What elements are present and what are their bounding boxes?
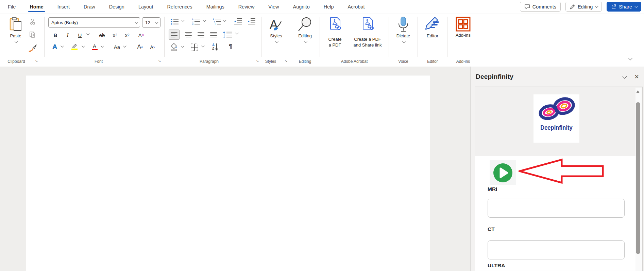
addins-button[interactable]: Add-ins bbox=[451, 17, 475, 38]
clear-formatting-button[interactable]: A◊ bbox=[137, 31, 146, 39]
ct-input[interactable] bbox=[488, 240, 625, 259]
editor-button[interactable]: Editor bbox=[420, 17, 445, 39]
justify-button[interactable] bbox=[208, 30, 219, 40]
bullets-button[interactable] bbox=[170, 17, 180, 25]
font-color-button[interactable]: A bbox=[90, 42, 99, 51]
borders-icon bbox=[191, 43, 198, 51]
align-right-button[interactable] bbox=[196, 30, 206, 40]
font-dialog-launcher[interactable]: ↘ bbox=[157, 58, 162, 63]
menu-tab-design[interactable]: Design bbox=[108, 1, 125, 13]
grow-caret: ˄ bbox=[141, 45, 143, 49]
paragraph-dialog-launcher[interactable]: ↘ bbox=[255, 58, 260, 63]
decrease-indent-button[interactable] bbox=[233, 17, 243, 25]
create-pdf-button[interactable] bbox=[322, 17, 348, 32]
clipboard-dialog-launcher[interactable]: ↘ bbox=[34, 58, 39, 63]
text-effects-button[interactable]: A bbox=[50, 42, 59, 51]
subscript-mark: 2 bbox=[115, 33, 117, 37]
menu-tab-insert[interactable]: Insert bbox=[57, 1, 70, 13]
shading-button[interactable] bbox=[169, 42, 179, 52]
deepinfinity-logo: DeepInfinity bbox=[533, 94, 579, 143]
menu-tab-home[interactable]: Home bbox=[29, 1, 44, 13]
close-icon[interactable]: × bbox=[634, 73, 639, 80]
change-case-button[interactable]: Aa bbox=[112, 42, 122, 51]
menu-tab-layout[interactable]: Layout bbox=[138, 1, 154, 13]
multilevel-list-button[interactable]: 1 a i bbox=[212, 17, 222, 25]
mri-input[interactable] bbox=[488, 199, 625, 218]
menu-tab-draw[interactable]: Draw bbox=[83, 1, 96, 13]
scissors-icon bbox=[30, 19, 36, 25]
bullets-chevron[interactable] bbox=[181, 19, 184, 22]
menu-tab-review[interactable]: Review bbox=[238, 1, 255, 13]
styles-button[interactable]: A Styles bbox=[264, 17, 288, 43]
acrobat-pdf-share-icon bbox=[360, 17, 375, 32]
multilevel-chevron[interactable] bbox=[223, 19, 225, 22]
highlight-chevron[interactable] bbox=[82, 45, 84, 48]
shading-chevron[interactable] bbox=[181, 45, 183, 48]
font-color-bar bbox=[92, 49, 98, 51]
paste-button[interactable]: Paste bbox=[3, 17, 28, 43]
show-paragraph-marks-button[interactable]: ¶ bbox=[226, 42, 235, 51]
grow-font-button[interactable]: A˄ bbox=[135, 42, 145, 51]
italic-button[interactable]: I bbox=[64, 31, 71, 39]
comments-button[interactable]: Comments bbox=[520, 2, 561, 12]
font-size-combo[interactable]: 12 bbox=[142, 17, 160, 28]
microphone-icon bbox=[396, 17, 410, 32]
sort-z-glyph: Z bbox=[212, 47, 215, 50]
borders-button[interactable] bbox=[190, 42, 199, 52]
cut-button[interactable] bbox=[29, 18, 37, 25]
line-spacing-button[interactable] bbox=[222, 30, 233, 40]
text-effects-chevron[interactable] bbox=[61, 45, 63, 48]
menu-tab-help[interactable]: Help bbox=[323, 1, 335, 13]
font-color-glyph: A bbox=[93, 43, 96, 49]
menu-tab-mailings[interactable]: Mailings bbox=[206, 1, 225, 13]
align-left-button[interactable] bbox=[169, 30, 180, 40]
share-button[interactable]: Share bbox=[607, 2, 641, 12]
run-button[interactable] bbox=[490, 160, 516, 185]
format-painter-button[interactable] bbox=[28, 44, 37, 53]
chevron-down-icon bbox=[82, 44, 85, 48]
task-pane-options-chevron[interactable] bbox=[623, 74, 627, 78]
menu-tab-acrobat[interactable]: Acrobat bbox=[347, 1, 366, 13]
subscript-button[interactable]: x2 bbox=[111, 31, 119, 39]
bold-button[interactable]: B bbox=[52, 31, 59, 39]
document-page[interactable] bbox=[26, 75, 430, 271]
multilevel-list-icon: 1 a i bbox=[213, 18, 221, 25]
underline-button[interactable]: U bbox=[76, 31, 84, 39]
collapse-ribbon-button[interactable] bbox=[628, 55, 631, 61]
menu-tab-references[interactable]: References bbox=[166, 1, 193, 13]
editing-group-button[interactable]: Editing bbox=[293, 17, 317, 43]
chevron-down-icon bbox=[235, 31, 239, 35]
mri-field-label: MRI bbox=[488, 186, 497, 192]
align-center-button[interactable] bbox=[183, 30, 194, 40]
menu-tab-view[interactable]: View bbox=[268, 1, 279, 13]
chevron-down-icon bbox=[595, 4, 598, 8]
sort-button[interactable]: A Z bbox=[210, 42, 220, 52]
font-color-chevron[interactable] bbox=[101, 45, 103, 48]
strikethrough-button[interactable]: ab bbox=[97, 31, 107, 39]
change-case-chevron[interactable] bbox=[123, 45, 125, 48]
share-label: Share bbox=[619, 4, 632, 10]
font-name-combo[interactable]: Aptos (Body) bbox=[48, 17, 140, 28]
numbering-button[interactable]: 1 2 3 bbox=[191, 17, 201, 25]
increase-indent-button[interactable] bbox=[247, 17, 256, 25]
highlight-button[interactable] bbox=[70, 42, 79, 51]
task-pane-scrollbar[interactable] bbox=[635, 88, 642, 271]
shrink-font-button[interactable]: A˅ bbox=[148, 43, 157, 51]
underline-options-chevron[interactable] bbox=[86, 33, 89, 35]
dictate-button[interactable]: Dictate bbox=[391, 17, 416, 43]
create-pdf-share-button[interactable] bbox=[349, 17, 386, 32]
infinity-icon bbox=[533, 94, 579, 124]
scrollbar-thumb[interactable] bbox=[636, 102, 640, 254]
menu-tab-augnito[interactable]: Augnito bbox=[292, 1, 310, 13]
superscript-button[interactable]: x2 bbox=[123, 31, 131, 39]
line-spacing-chevron[interactable] bbox=[235, 32, 238, 35]
copy-button[interactable] bbox=[29, 31, 37, 38]
scroll-up-arrow-icon[interactable] bbox=[636, 90, 640, 93]
styles-dialog-launcher[interactable]: ↘ bbox=[284, 58, 288, 63]
menu-tab-file[interactable]: File bbox=[7, 1, 16, 13]
ribbon: Paste Clipboard ↘ Aptos (Body) 12 B I U … bbox=[0, 14, 644, 66]
editing-mode-button[interactable]: Editing bbox=[565, 2, 602, 12]
numbering-chevron[interactable] bbox=[203, 19, 205, 22]
chevron-down-icon bbox=[304, 40, 307, 43]
borders-chevron[interactable] bbox=[201, 45, 204, 48]
